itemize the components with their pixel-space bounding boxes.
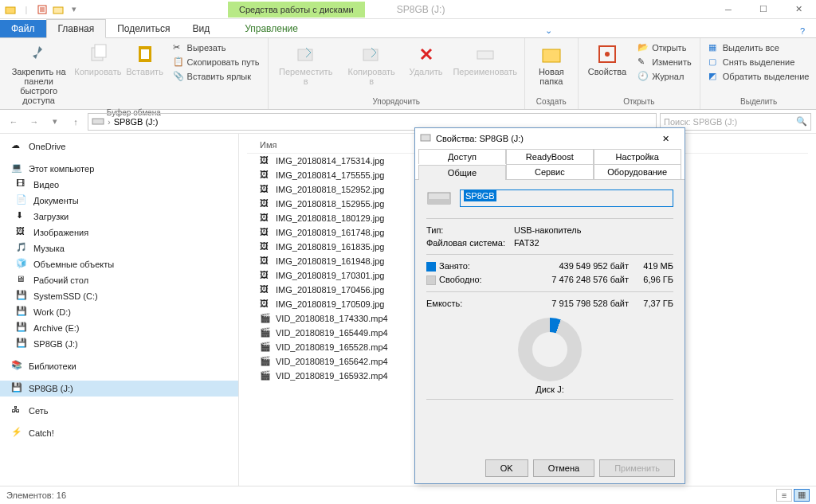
help-button[interactable]: ?	[795, 25, 810, 37]
tab-manage[interactable]: Управление	[233, 20, 309, 37]
paste-label: Вставить	[126, 67, 163, 76]
history-button[interactable]: 🕘Журнал	[634, 70, 695, 83]
sidebar-drive-j[interactable]: 💾SP8GB (J:)	[0, 336, 238, 352]
tab-readyboost[interactable]: ReadyBoost	[506, 149, 594, 164]
back-button[interactable]: ←	[5, 113, 22, 131]
cut-button[interactable]: ✂Вырезать	[170, 41, 263, 54]
capacity-bytes: 7 915 798 528 байт	[514, 299, 629, 308]
rename-button[interactable]: Переименовать	[451, 41, 520, 96]
icons-view-button[interactable]: ▦	[794, 489, 810, 502]
file-name: IMG_20180814_175555.jpg	[276, 170, 384, 180]
new-folder-qat-icon[interactable]	[53, 4, 64, 15]
group-clipboard: Закрепить на панели быстрого доступа Коп…	[0, 38, 269, 109]
sidebar-music[interactable]: 🎵Музыка	[0, 240, 238, 256]
tab-general[interactable]: Общие	[418, 165, 506, 180]
svg-rect-7	[298, 49, 312, 61]
ok-button[interactable]: OK	[485, 459, 528, 477]
image-file-icon: 🖼	[260, 213, 271, 224]
used-human: 419 МБ	[629, 261, 673, 272]
group-select-label: Выделить	[705, 96, 813, 106]
file-name: IMG_20180819_161748.jpg	[276, 228, 384, 237]
group-open-label: Открыть	[583, 96, 695, 106]
sidebar-libraries[interactable]: 📚Библиотеки	[0, 358, 238, 374]
tab-access[interactable]: Доступ	[418, 149, 506, 164]
folder-icon	[5, 4, 16, 15]
title-bar: | ▾ Средства работы с дисками SP8GB (J:)…	[0, 0, 816, 19]
up-button[interactable]: ↑	[67, 113, 84, 131]
chevron-down-icon[interactable]: ▾	[69, 4, 80, 15]
usb-drive-icon: 💾	[16, 338, 29, 350]
copy-to-button[interactable]: Копировать в	[342, 41, 402, 96]
group-open: Свойства 📂Открыть ✎Изменить 🕘Журнал Откр…	[579, 38, 700, 109]
tab-tools[interactable]: Сервис	[506, 164, 594, 179]
main-area: ☁OneDrive 💻Этот компьютер 🎞Видео 📄Докуме…	[0, 134, 816, 486]
image-file-icon: 🖼	[260, 270, 271, 281]
sidebar-drive-c[interactable]: 💾SystemSSD (C:)	[0, 288, 238, 304]
edit-button[interactable]: ✎Изменить	[634, 56, 695, 68]
close-button[interactable]: ✕	[781, 0, 816, 19]
ribbon: Закрепить на панели быстрого доступа Коп…	[0, 38, 816, 110]
open-button[interactable]: 📂Открыть	[634, 41, 695, 54]
tab-hardware[interactable]: Оборудование	[594, 164, 681, 179]
select-none-button[interactable]: ▢Снять выделение	[705, 56, 813, 68]
sidebar-3d-objects[interactable]: 🧊Объемные объекты	[0, 256, 238, 272]
new-folder-button[interactable]: Новая папка	[530, 41, 573, 96]
tab-home[interactable]: Главная	[46, 19, 107, 38]
tab-view[interactable]: Вид	[181, 20, 221, 37]
sidebar-desktop[interactable]: 🖥Рабочий стол	[0, 272, 238, 288]
delete-button[interactable]: Удалить	[405, 41, 448, 96]
volume-label-input[interactable]: SP8GB	[460, 189, 673, 207]
properties-button[interactable]: Свойства	[583, 41, 631, 96]
drive-large-icon	[426, 188, 452, 209]
recent-dropdown[interactable]: ▾	[46, 113, 64, 131]
tab-file[interactable]: Файл	[0, 20, 46, 37]
sidebar-drive-d[interactable]: 💾Work (D:)	[0, 304, 238, 320]
path-icon: 📋	[173, 57, 184, 68]
paste-shortcut-button[interactable]: 📎Вставить ярлык	[170, 70, 263, 83]
apply-button[interactable]: Применить	[599, 459, 675, 477]
search-placeholder: Поиск: SP8GB (J:)	[664, 117, 737, 127]
copy-button[interactable]: Копировать	[76, 41, 120, 107]
tab-share[interactable]: Поделиться	[106, 20, 181, 37]
sidebar-videos[interactable]: 🎞Видео	[0, 177, 238, 193]
invert-selection-button[interactable]: ◩Обратить выделение	[705, 70, 813, 83]
sidebar-this-pc[interactable]: 💻Этот компьютер	[0, 161, 238, 177]
sidebar-pictures[interactable]: 🖼Изображения	[0, 225, 238, 240]
details-view-button[interactable]: ≡	[776, 489, 792, 502]
sidebar-downloads[interactable]: ⬇Загрузки	[0, 209, 238, 225]
pc-icon: 💻	[11, 162, 24, 175]
file-name: VID_20180818_174330.mp4	[276, 314, 388, 323]
cancel-button[interactable]: Отмена	[533, 459, 594, 477]
dialog-close-button[interactable]: ✕	[651, 134, 680, 144]
copy-path-button[interactable]: 📋Скопировать путь	[170, 56, 263, 68]
sidebar-network[interactable]: 🖧Сеть	[0, 403, 238, 419]
sidebar-drive-e[interactable]: 💾Archive (E:)	[0, 320, 238, 336]
documents-icon: 📄	[16, 194, 29, 207]
svg-rect-10	[543, 49, 560, 62]
file-name: IMG_20180818_152952.jpg	[276, 185, 384, 194]
select-all-button[interactable]: ▦Выделить все	[705, 41, 813, 54]
shortcut-icon: 📎	[173, 71, 184, 82]
tab-customize[interactable]: Настройка	[594, 149, 681, 164]
dialog-title: Свойства: SP8GB (J:)	[436, 134, 524, 143]
pin-button[interactable]: Закрепить на панели быстрого доступа	[5, 41, 73, 107]
sidebar-catch[interactable]: ⚡Catch!	[0, 425, 238, 441]
move-to-button[interactable]: Переместить в	[273, 41, 339, 96]
minimize-button[interactable]: ─	[711, 0, 746, 19]
sidebar-onedrive[interactable]: ☁OneDrive	[0, 139, 238, 154]
minimize-ribbon-button[interactable]: ⌄	[540, 24, 557, 37]
svg-point-12	[605, 52, 610, 57]
pin-label: Закрепить на панели быстрого доступа	[10, 67, 68, 105]
image-file-icon: 🖼	[260, 241, 271, 252]
maximize-button[interactable]: ☐	[746, 0, 781, 19]
file-name: IMG_20180818_152955.jpg	[276, 199, 384, 209]
dialog-title-bar[interactable]: Свойства: SP8GB (J:) ✕	[415, 128, 685, 149]
properties-qat-icon[interactable]	[37, 4, 48, 15]
forward-button[interactable]: →	[26, 113, 43, 131]
sidebar-documents[interactable]: 📄Документы	[0, 193, 238, 209]
sidebar-drive-j-root[interactable]: 💾SP8GB (J:)	[0, 381, 238, 397]
file-name: IMG_20180819_170509.jpg	[276, 299, 384, 309]
usage-donut-chart	[518, 318, 582, 381]
catch-icon: ⚡	[11, 427, 24, 440]
paste-button[interactable]: Вставить	[124, 41, 167, 107]
